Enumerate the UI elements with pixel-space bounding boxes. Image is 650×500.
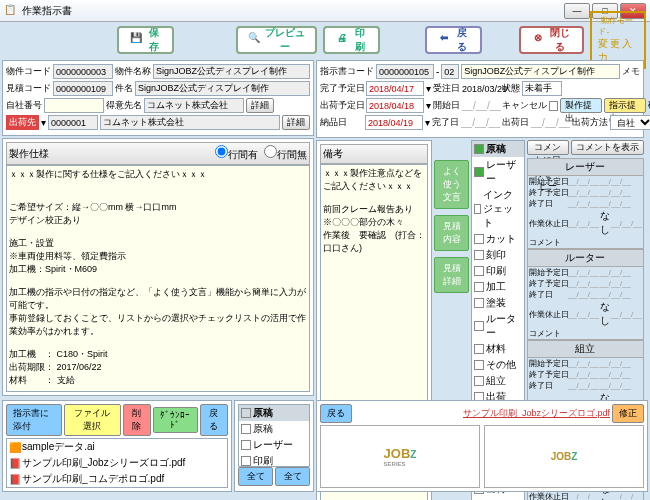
edit-button[interactable]: 修正	[612, 404, 644, 423]
check-label: インクジェット	[483, 188, 522, 230]
ship-method-select[interactable]: 自社便	[610, 115, 650, 130]
check-label: 刻印	[486, 248, 506, 262]
window-titlebar: 📋 作業指示書 — □ ✕	[0, 0, 650, 22]
all-button-1[interactable]: 全て	[238, 467, 273, 486]
check-icon[interactable]	[474, 376, 484, 386]
file-name: sampleデータ.ai	[22, 440, 95, 454]
file-back-button[interactable]: 戻る	[200, 404, 228, 436]
line-no-radio[interactable]	[264, 145, 277, 158]
ship-code-input[interactable]	[48, 115, 98, 130]
estimate-content-button[interactable]: 見積内容	[434, 215, 469, 251]
file-select-button[interactable]: ファイル選択	[64, 404, 120, 436]
prop-code-input[interactable]	[53, 64, 113, 79]
ship-sched-label: 出荷予定日	[320, 99, 364, 112]
cancel-check[interactable]	[549, 101, 558, 111]
order-name-input[interactable]	[461, 64, 620, 79]
check-icon[interactable]	[474, 234, 484, 244]
save-button[interactable]: 💾保存	[117, 26, 174, 54]
file-row[interactable]: 🟧sampleデータ.ai	[7, 439, 227, 455]
spec-textarea[interactable]: ｘｘｘ製作に関する仕様をご記入くださいｘｘｘ ご希望サイズ：縦→〇〇mm 横→口…	[6, 165, 310, 392]
preview-file-link[interactable]: サンプル印刷_Jobzシリーズロゴ.pdf	[463, 407, 610, 420]
check-icon[interactable]	[241, 424, 251, 434]
close-icon: ⊗	[531, 32, 544, 48]
item-input[interactable]	[135, 81, 310, 96]
preview-pane-2: JOBZ	[484, 425, 644, 488]
est-code-label: 見積コード	[6, 82, 51, 95]
check-icon[interactable]	[474, 167, 483, 177]
check-icon[interactable]	[474, 298, 484, 308]
calendar-icon[interactable]: ▾	[426, 100, 431, 111]
check-icon[interactable]	[474, 344, 484, 354]
file-delete-button[interactable]: 削除	[123, 404, 151, 436]
prop-name-input[interactable]	[153, 64, 310, 79]
file-name: サンプル印刷_Jobzシリーズロゴ.pdf	[22, 456, 185, 470]
check-label: 塗装	[486, 296, 506, 310]
window-title: 作業指示書	[22, 4, 72, 18]
calendar-icon[interactable]: ▾	[425, 117, 430, 128]
check-icon[interactable]	[474, 204, 480, 214]
client-input[interactable]	[144, 98, 244, 113]
attach-header: 指示書に添付	[6, 404, 62, 436]
prop-code-label: 物件コード	[6, 65, 51, 78]
preview-back-button[interactable]: 戻る	[320, 404, 352, 423]
check-icon[interactable]	[474, 266, 484, 276]
item-label: 件名	[115, 82, 133, 95]
complete-date-input[interactable]	[366, 81, 424, 96]
check-label: その他	[486, 358, 516, 372]
estimate-detail-button[interactable]: 見積詳細	[434, 257, 469, 293]
file-icon: 📕	[9, 458, 19, 468]
preview-button[interactable]: 🔍プレビュー	[236, 26, 318, 54]
check-label: 印刷	[253, 454, 273, 467]
check-icon[interactable]	[241, 456, 251, 466]
check-icon[interactable]	[241, 440, 251, 450]
ship-name-input[interactable]	[100, 115, 280, 130]
prop-name-label: 物件名称	[115, 65, 151, 78]
common-phrase-button[interactable]: よく使う文言	[434, 160, 469, 209]
ship-sched-input[interactable]	[366, 98, 424, 113]
ord-badge: 指示提出	[604, 98, 646, 113]
file-download-button[interactable]: ﾀﾞｳﾝﾛｰﾄﾞ	[153, 407, 198, 433]
cancel-label: キャンセル	[502, 99, 547, 112]
check-label: レーザー	[253, 438, 293, 452]
est-code-input[interactable]	[53, 81, 113, 96]
line-yes-radio[interactable]	[215, 145, 228, 158]
close-button[interactable]: ⊗閉じる	[519, 26, 584, 54]
file-row[interactable]: 📕サンプル印刷_コムデポロゴ.pdf	[7, 471, 227, 487]
back-button[interactable]: ⬅戻る	[425, 26, 482, 54]
main-toolbar: 💾保存 🔍プレビュー 🖨印刷 ⬅戻る ⊗閉じる -動作モード- 変更入力	[0, 22, 650, 58]
client-label: 得意先名	[106, 99, 142, 112]
file-list[interactable]: 🟧sampleデータ.ai📕サンプル印刷_Jobzシリーズロゴ.pdf📕サンプル…	[6, 438, 228, 488]
property-info-panel: 物件コード 物件名称 見積コード 件名 自社番号 得意先名 詳細 出荷先 ▾	[2, 60, 314, 136]
check-icon[interactable]	[474, 321, 483, 331]
self-no-input[interactable]	[44, 98, 104, 113]
file-row[interactable]: 📘校正ラフ案.doc	[7, 487, 227, 488]
dropdown-icon[interactable]: ▾	[41, 117, 46, 128]
check-icon[interactable]	[474, 250, 484, 260]
show-comment-button[interactable]: コメントを表示	[571, 140, 644, 155]
ship-method-label: 出荷方法	[572, 116, 608, 129]
check-icon[interactable]	[474, 360, 484, 370]
file-icon: 📕	[9, 474, 19, 484]
minimize-button[interactable]: —	[564, 3, 590, 19]
mid-checklist[interactable]: 原稿原稿レーザー印刷加工ルーター	[238, 404, 310, 467]
check-label: レーザー	[486, 158, 522, 186]
check-label: 加工	[486, 280, 506, 294]
self-no-label: 自社番号	[6, 99, 42, 112]
preview-pane-1: JOBZSERIES	[320, 425, 480, 488]
print-button[interactable]: 🖨印刷	[323, 26, 380, 54]
order-seq-input[interactable]	[441, 64, 459, 79]
all-button-2[interactable]: 全て	[275, 467, 310, 486]
order-info-panel: 指示書コード - メモ 完了予定日▾受注日2018/03/29 出荷予定日▾開始…	[316, 60, 644, 138]
ship-detail-button[interactable]: 詳細	[282, 115, 310, 130]
copy-date-button[interactable]: コメントに日付をコピー	[527, 140, 569, 155]
status-input[interactable]	[522, 81, 562, 96]
order-code-input[interactable]	[376, 64, 434, 79]
calendar-icon[interactable]: ▾	[426, 83, 431, 94]
check-label: 印刷	[486, 264, 506, 278]
check-icon[interactable]	[474, 282, 484, 292]
save-icon: 💾	[129, 32, 142, 48]
file-row[interactable]: 📕サンプル印刷_Jobzシリーズロゴ.pdf	[7, 455, 227, 471]
print-icon: 🖨	[335, 32, 348, 48]
client-detail-button[interactable]: 詳細	[246, 98, 274, 113]
deliv-input[interactable]	[365, 115, 423, 130]
